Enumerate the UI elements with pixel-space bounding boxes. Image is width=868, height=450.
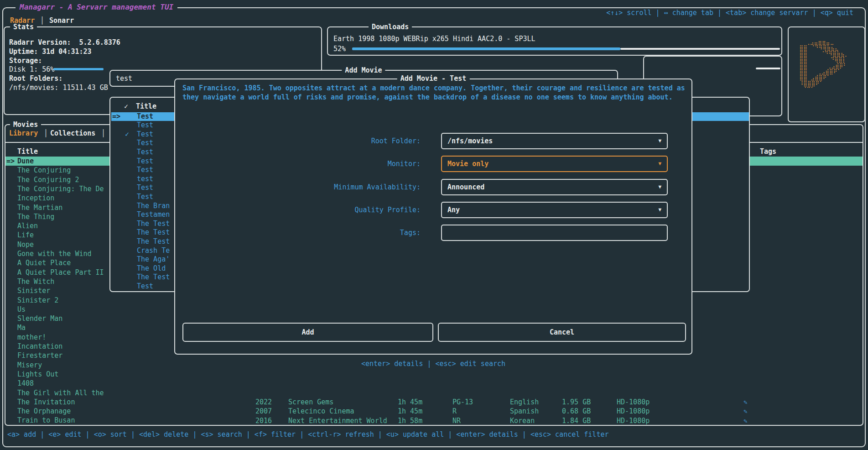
movie-row[interactable]: A Quiet Place Part II bbox=[5, 268, 109, 277]
movie-cell-language: English bbox=[510, 398, 539, 407]
movie-row[interactable]: mother! bbox=[5, 333, 109, 342]
movie-row[interactable]: The Conjuring: The De bbox=[5, 184, 109, 194]
edit-icon[interactable]: ✎ bbox=[743, 407, 747, 416]
add-button[interactable]: Add bbox=[182, 323, 433, 342]
movie-row[interactable]: The Thing bbox=[5, 212, 109, 221]
stats-rootfolder-value: /nfs/movies: 11511.43 GB bbox=[9, 84, 108, 92]
tab-sonarr[interactable]: Sonarr bbox=[49, 16, 74, 25]
app-title: Managarr - A Servarr management TUI bbox=[16, 3, 177, 11]
movie-cell-runtime: 1h 45m bbox=[398, 398, 422, 407]
field-label: Minimum Availability: bbox=[270, 179, 421, 195]
movie-title: Firestarter bbox=[17, 351, 62, 360]
stats-uptime: Uptime: 31d 04:31:23 bbox=[9, 47, 92, 56]
movie-row[interactable]: Slender Man bbox=[5, 314, 109, 323]
field-value: Movie only bbox=[447, 157, 489, 171]
movie-cell-runtime: 1h 45m bbox=[398, 407, 422, 416]
movie-title: A Quiet Place Part II bbox=[17, 268, 104, 277]
movies-panel-title: Movies bbox=[10, 120, 41, 129]
monitor-dropdown[interactable]: Movie only▼ bbox=[441, 156, 668, 172]
movie-description-line2: they navigate a world full of risks and … bbox=[182, 93, 673, 101]
movie-title: Nope bbox=[17, 240, 34, 249]
movie-row[interactable]: The Witch bbox=[5, 277, 109, 286]
logo-panel: ⢀⣠⣤⣶⣶⣤⣀ ⣿⣿ ⠈⠙⠻⢿⣷⣦⣄ ⣿⣿ ⠈⠙⠻⣿⣷⣦⡀ ⣿⣿ ⠙⢿⣿⡇ ⣿⣿… bbox=[788, 26, 865, 122]
movie-row[interactable]: Nope bbox=[5, 240, 109, 249]
movie-title: The Invitation bbox=[17, 398, 75, 407]
result-title: Test bbox=[137, 139, 153, 148]
movie-row[interactable]: The Orphanage bbox=[5, 407, 109, 416]
movie-row[interactable]: Firestarter bbox=[5, 351, 109, 360]
movie-cell-rating: NR bbox=[452, 416, 461, 425]
movie-row[interactable]: The Conjuring bbox=[5, 166, 109, 175]
download-progress-filled bbox=[352, 47, 620, 50]
movie-title: Life bbox=[17, 230, 34, 240]
tab-collections[interactable]: Collections bbox=[50, 129, 95, 137]
movie-row[interactable]: Gone with the Wind bbox=[5, 249, 109, 258]
movie-title: 1408 bbox=[17, 379, 34, 388]
movie-cell-quality: HD-1080p bbox=[617, 407, 650, 416]
movie-row[interactable]: Train to Busan bbox=[5, 416, 109, 425]
collections-tab-separator: │ bbox=[101, 129, 105, 137]
movie-title: Misery bbox=[17, 361, 42, 370]
stats-disk-line: Disk 1: 56% bbox=[9, 65, 54, 73]
column-header-title: Title bbox=[17, 147, 38, 156]
movie-row[interactable]: 1408 bbox=[5, 379, 109, 388]
movie-row[interactable]: Incantation bbox=[5, 342, 109, 351]
movie-title: Gone with the Wind bbox=[17, 249, 92, 258]
root-folder-dropdown[interactable]: /nfs/movies▼ bbox=[441, 133, 668, 149]
search-input[interactable]: test bbox=[116, 73, 132, 84]
field-label: Monitor: bbox=[270, 156, 421, 172]
movie-title: Incantation bbox=[17, 342, 62, 351]
movie-title: Ma bbox=[17, 323, 26, 332]
download-percent-label: 52% bbox=[333, 45, 346, 53]
movie-row[interactable]: Misery bbox=[5, 361, 109, 370]
movie-row[interactable]: The Conjuring 2 bbox=[5, 175, 109, 184]
movie-cell-quality: HD-1080p bbox=[617, 416, 650, 425]
result-title: The Test bbox=[137, 228, 170, 237]
result-title: Test bbox=[137, 193, 153, 202]
result-title: Test bbox=[137, 157, 153, 166]
edit-icon[interactable]: ✎ bbox=[743, 416, 747, 425]
tab-library[interactable]: Library bbox=[9, 129, 38, 137]
result-title: The Test bbox=[137, 220, 170, 229]
results-header-check-icon: ✓ bbox=[124, 102, 128, 110]
movie-cell-runtime: 1h 58m bbox=[398, 416, 422, 425]
minimum-availability-dropdown[interactable]: Announced▼ bbox=[441, 179, 668, 195]
movie-cell-year: 2016 bbox=[255, 416, 272, 425]
field-label: Quality Profile: bbox=[270, 202, 421, 218]
result-title: The Test bbox=[137, 237, 170, 246]
chevron-down-icon: ▼ bbox=[658, 180, 661, 194]
result-title: Test bbox=[137, 282, 153, 291]
movie-row[interactable]: =>Dune bbox=[5, 157, 109, 166]
stats-panel-title: Stats bbox=[10, 23, 37, 31]
movie-row[interactable]: Inception bbox=[5, 194, 109, 203]
field-label: Root Folder: bbox=[270, 133, 421, 149]
movie-row[interactable]: Lights Out bbox=[5, 370, 109, 379]
movie-row[interactable]: Alien bbox=[5, 221, 109, 230]
movie-title: Train to Busan bbox=[17, 416, 75, 425]
movie-row[interactable]: The Invitation bbox=[5, 398, 109, 407]
movie-title: Lights Out bbox=[17, 370, 58, 379]
movie-cell-studio: Next Entertainment World bbox=[288, 416, 387, 425]
movie-row[interactable]: The Girl with All the bbox=[5, 388, 109, 398]
quality-profile-dropdown[interactable]: Any▼ bbox=[441, 202, 668, 218]
field-value: /nfs/movies bbox=[447, 134, 493, 148]
field-value: Any bbox=[447, 203, 460, 217]
movie-row[interactable]: Ma bbox=[5, 323, 109, 332]
scrollbar-thumb[interactable] bbox=[756, 68, 780, 69]
movie-row[interactable]: A Quiet Place bbox=[5, 258, 109, 267]
bottom-keybindings: <a> add | <e> edit | <o> sort | <del> de… bbox=[7, 430, 609, 439]
movie-row[interactable]: Us bbox=[5, 305, 109, 314]
movie-row[interactable]: Sinister 2 bbox=[5, 296, 109, 305]
movie-cell-size: 1.95 GB bbox=[562, 398, 591, 407]
movie-row[interactable]: The Martian bbox=[5, 203, 109, 212]
movie-title: Us bbox=[17, 305, 26, 314]
managarr-logo-icon: ⢀⣠⣤⣶⣶⣤⣀ ⣿⣿ ⠈⠙⠻⢿⣷⣦⣄ ⣿⣿ ⠈⠙⠻⣿⣷⣦⡀ ⣿⣿ ⠙⢿⣿⡇ ⣿⣿… bbox=[796, 39, 848, 93]
movie-row[interactable]: Sinister bbox=[5, 286, 109, 295]
movie-title: Sinister bbox=[17, 286, 50, 295]
cancel-button[interactable]: Cancel bbox=[438, 323, 686, 342]
column-header-tags: Tags bbox=[760, 147, 776, 156]
edit-icon[interactable]: ✎ bbox=[743, 398, 747, 407]
movie-row[interactable]: Life bbox=[5, 230, 109, 240]
tags-input[interactable] bbox=[441, 225, 668, 241]
movie-title: The Orphanage bbox=[17, 407, 71, 416]
